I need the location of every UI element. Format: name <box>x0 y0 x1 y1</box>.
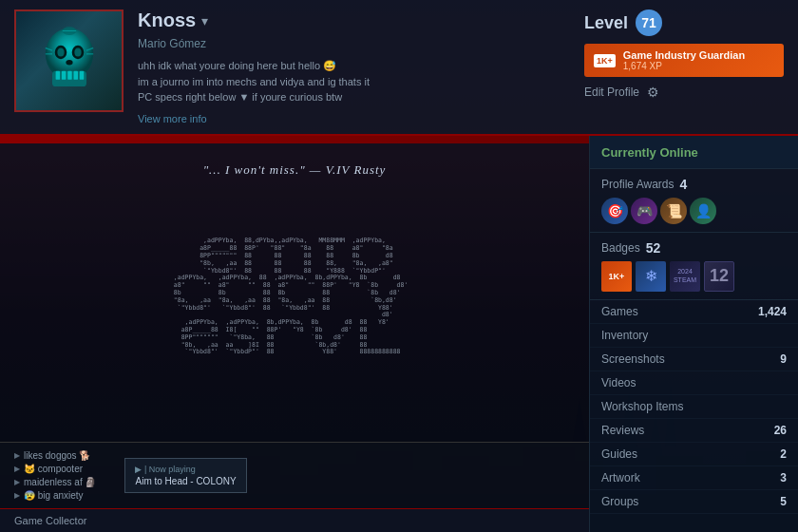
interest-item-2: ▶ maidenless af 🗿 <box>14 477 96 487</box>
stat-workshop-label[interactable]: Workshop Items <box>601 400 683 413</box>
now-playing-box: ▶ | Now playing Aim to Head - COLONY <box>124 458 246 493</box>
interest-label-2: maidenless af 🗿 <box>24 477 96 487</box>
svg-rect-32 <box>61 71 66 80</box>
content-area: "… I won't miss." — V.IV Rusty ,adPPYba,… <box>0 136 798 533</box>
stat-games[interactable]: Games 1,424 <box>590 300 798 324</box>
avatar <box>16 11 122 110</box>
arrow-icon-1: ▶ <box>14 465 20 473</box>
stats-list: Games 1,424 Inventory Screenshots 9 Vide… <box>590 300 798 514</box>
badges-count: 52 <box>646 240 661 256</box>
stat-reviews-label[interactable]: Reviews <box>601 424 644 437</box>
stat-guides[interactable]: Guides 2 <box>590 443 798 466</box>
interest-item-1: ▶ 🐱 compooter <box>14 464 96 474</box>
badges-title: Badges <box>601 241 640 255</box>
edit-icon: ⚙ <box>647 85 659 100</box>
stat-inventory[interactable]: Inventory <box>590 324 798 348</box>
stat-groups[interactable]: Groups 5 <box>590 490 798 514</box>
svg-point-27 <box>57 48 64 57</box>
online-status-text: Currently Online <box>601 145 698 160</box>
bio-line2: im a journo im into mechs and vidya and … <box>138 76 370 87</box>
svg-point-29 <box>66 60 72 65</box>
stat-workshop[interactable]: Workshop Items <box>590 395 798 419</box>
real-name: Mario Gómez <box>138 37 560 50</box>
stat-guides-value: 2 <box>780 447 787 461</box>
stat-screenshots[interactable]: Screenshots 9 <box>590 348 798 371</box>
profile-awards-title: Profile Awards <box>601 178 674 191</box>
badge-year[interactable]: 2024STEAM <box>670 261 700 292</box>
right-sidebar: Currently Online Profile Awards 4 🎯 🎮 📜 … <box>589 136 798 533</box>
stat-groups-value: 5 <box>780 495 787 508</box>
level-badge: 71 <box>636 10 662 36</box>
right-panel: Level 71 1K+ Game Industry Guardian 1,67… <box>575 10 784 100</box>
profile-info: Knoss ▾ Mario Gómez uhh idk what youre d… <box>138 10 560 124</box>
username-dropdown-arrow[interactable]: ▾ <box>201 13 208 28</box>
badges-row: 1K+ ❄ 2024STEAM 12 <box>601 261 787 292</box>
xp-badge-icon: 1K+ <box>594 54 616 67</box>
interest-label-0: likes doggos 🐕 <box>24 450 90 461</box>
bio-text: uhh idk what youre doing here but hello … <box>138 58 499 105</box>
interests-list: ▶ likes doggos 🐕 ▶ 🐱 compooter ▶ maidenl… <box>14 450 96 501</box>
stat-reviews[interactable]: Reviews 26 <box>590 419 798 443</box>
xp-badge: 1K+ Game Industry Guardian 1,674 XP <box>584 44 784 77</box>
badge-1k[interactable]: 1K+ <box>601 261 632 292</box>
stat-screenshots-label[interactable]: Screenshots <box>601 352 665 366</box>
online-status-bar: Currently Online <box>590 136 798 169</box>
svg-point-28 <box>74 48 81 57</box>
interest-label-1: 🐱 compooter <box>24 464 83 474</box>
badge-snowflake[interactable]: ❄ <box>636 261 666 292</box>
stat-reviews-value: 26 <box>774 424 787 437</box>
arrow-icon-3: ▶ <box>14 491 20 500</box>
avatar-frame <box>14 10 124 112</box>
edit-profile-row: Edit Profile ⚙ <box>584 85 784 100</box>
award-badge-2[interactable]: 🎮 <box>631 198 657 224</box>
badges-header: Badges 52 <box>601 240 787 256</box>
showcase-quote: "… I won't miss." — V.IV Rusty <box>203 162 387 178</box>
stat-groups-label[interactable]: Groups <box>601 495 638 508</box>
award-badge-1[interactable]: 🎯 <box>601 198 628 224</box>
award-badge-3[interactable]: 📜 <box>660 198 687 224</box>
svg-rect-34 <box>73 71 78 80</box>
view-more-link[interactable]: View more info <box>138 113 560 124</box>
now-playing-song: Aim to Head - COLONY <box>135 476 236 486</box>
profile-awards-header: Profile Awards 4 <box>601 177 787 192</box>
level-label: Level <box>584 13 628 33</box>
award-badges-row: 🎯 🎮 📜 👤 <box>601 198 787 224</box>
showcase-area: "… I won't miss." — V.IV Rusty ,adPPYba,… <box>0 143 589 443</box>
stat-screenshots-value: 9 <box>780 352 787 366</box>
interest-item-3: ▶ 😰 big anxiety <box>14 490 96 501</box>
stat-guides-label[interactable]: Guides <box>601 447 637 461</box>
badge-number[interactable]: 12 <box>704 261 734 292</box>
stat-videos-label[interactable]: Videos <box>601 376 636 390</box>
interest-item-0: ▶ likes doggos 🐕 <box>14 450 96 461</box>
svg-rect-31 <box>55 71 60 80</box>
stat-artwork-value: 3 <box>780 471 787 484</box>
ascii-art: ,adPPYba, 88,dPYba,,adPYba, MM88MMM ,adP… <box>174 238 415 356</box>
xp-info: Game Industry Guardian 1,674 XP <box>623 49 745 71</box>
bottom-bar: ▶ likes doggos 🐕 ▶ 🐱 compooter ▶ maidenl… <box>0 442 589 508</box>
bio-line3: PC specs right below ▼ if youre curious … <box>138 91 342 103</box>
left-content: "… I won't miss." — V.IV Rusty ,adPPYba,… <box>0 136 589 533</box>
arrow-icon-0: ▶ <box>14 451 20 460</box>
stat-videos[interactable]: Videos <box>590 371 798 395</box>
badges-section: Badges 52 1K+ ❄ 2024STEAM 12 <box>590 233 798 300</box>
interest-label-3: 😰 big anxiety <box>24 490 84 501</box>
award-badge-4[interactable]: 👤 <box>690 198 716 224</box>
svg-rect-35 <box>79 71 84 80</box>
bio-line1: uhh idk what youre doing here but hello … <box>138 60 336 71</box>
stat-inventory-label[interactable]: Inventory <box>601 329 648 342</box>
stat-artwork[interactable]: Artwork 3 <box>590 466 798 490</box>
username[interactable]: Knoss <box>138 10 196 31</box>
edit-profile-button[interactable]: Edit Profile <box>584 86 639 99</box>
footer-label: Game Collector <box>0 508 589 532</box>
svg-rect-33 <box>67 71 72 80</box>
stat-games-label[interactable]: Games <box>601 305 638 318</box>
username-row: Knoss ▾ <box>138 10 560 31</box>
xp-title: Game Industry Guardian <box>623 49 745 61</box>
stat-games-value: 1,424 <box>758 305 787 318</box>
arrow-icon-2: ▶ <box>14 478 20 486</box>
xp-amount: 1,674 XP <box>623 61 745 71</box>
stat-artwork-label[interactable]: Artwork <box>601 471 640 484</box>
red-divider-bar <box>0 136 589 143</box>
level-row: Level 71 <box>584 10 784 36</box>
profile-header: Knoss ▾ Mario Gómez uhh idk what youre d… <box>0 0 798 136</box>
